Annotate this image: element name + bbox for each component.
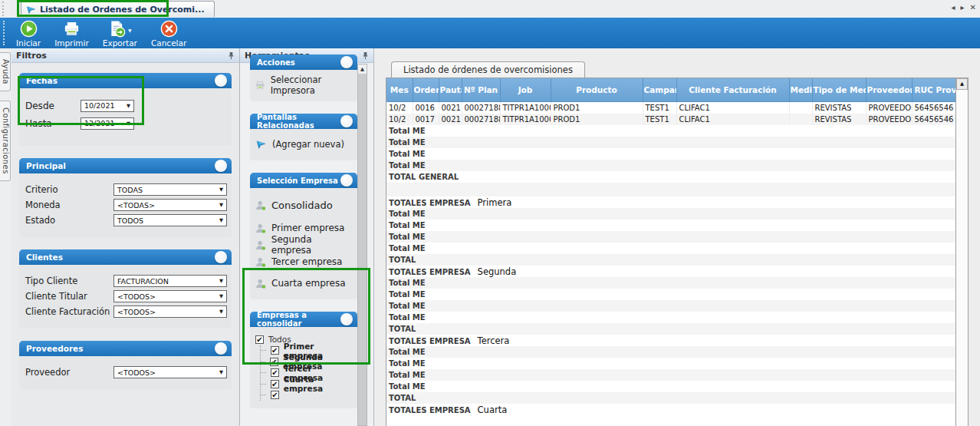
combo-cliente-facturacion[interactable]: <TODOS>▼ (113, 305, 227, 318)
chevron-down-icon[interactable]: ▼ (216, 187, 226, 193)
table-row[interactable]: TOTAL (386, 323, 958, 335)
checkbox[interactable]: ✔ (271, 368, 279, 377)
table-row[interactable]: Total ME (386, 300, 958, 312)
section-toggle[interactable] (340, 115, 353, 127)
table-row[interactable]: Total ME (386, 312, 958, 323)
table-row[interactable]: Total ME (386, 369, 958, 381)
chevron-down-icon[interactable]: ▼ (123, 121, 133, 127)
close-tab-icon[interactable]: ✕ (970, 2, 976, 13)
table-row[interactable]: 10/20016002100027188TITPR1A10001PROD1TES… (386, 102, 958, 114)
table-row[interactable]: TOTAL (386, 392, 958, 404)
column-header-cliente-facturacion[interactable]: Cliente Facturación (676, 78, 789, 102)
checkbox[interactable]: ✔ (270, 358, 278, 366)
column-header-n-plan[interactable]: Nº Plan (462, 78, 500, 102)
empresa-item-consolidado[interactable]: Consolidado (255, 195, 354, 215)
combo-hasta[interactable]: 12/2021▼ (81, 117, 134, 130)
section-toggle[interactable] (215, 251, 227, 263)
table-row[interactable]: Total ME (386, 243, 958, 254)
checkbox-cuarta-empresa[interactable]: ✔Cuarta empresa (261, 378, 354, 390)
table-row[interactable]: Total ME (386, 289, 958, 300)
scroll-tabs-right-icon[interactable]: ▸ (961, 2, 965, 13)
table-row[interactable]: Total ME (386, 125, 958, 137)
chevron-down-icon[interactable]: ▼ (216, 202, 226, 208)
checkbox[interactable]: ✔ (271, 346, 279, 355)
combo-tipo-cliente[interactable]: FACTURACION▼ (113, 275, 227, 287)
table-row[interactable]: Total ME (386, 381, 958, 392)
table-row[interactable] (386, 183, 958, 196)
table-row[interactable]: TOTAL (386, 254, 958, 266)
combo-cliente-titular[interactable]: <TODOS>▼ (113, 290, 227, 302)
table-row[interactable]: TOTALES EMPRESACuarta (386, 404, 958, 415)
chevron-down-icon[interactable]: ▼ (216, 217, 226, 223)
side-tab-configuraciones[interactable]: Configuraciones (0, 101, 11, 181)
column-header-campana[interactable]: Campaña (643, 78, 676, 102)
combo-moneda[interactable]: <TODAS>▼ (113, 199, 227, 211)
table-row[interactable]: Total ME (386, 160, 958, 171)
scroll-tabs-left-icon[interactable]: ◂ (952, 2, 955, 13)
column-header-producto[interactable]: Producto (551, 78, 643, 102)
filtros-panel-title: Filtros (16, 51, 47, 61)
chevron-down-icon[interactable]: ▼ (216, 278, 226, 284)
toolbar-button-iniciar[interactable]: Iniciar (9, 18, 48, 48)
column-header-medio[interactable]: Medio (789, 78, 812, 102)
grid-vertical-scrollbar[interactable]: ▲ (955, 78, 968, 426)
tool-item-seleccionar-impresora[interactable]: Seleccionar Impresora (255, 77, 354, 94)
pin-icon[interactable] (362, 51, 369, 60)
section-toggle[interactable] (340, 56, 353, 68)
table-row[interactable]: TOTALES EMPRESASegunda (386, 266, 958, 277)
chevron-down-icon[interactable]: ▼ (216, 293, 226, 299)
checkbox[interactable]: ✔ (271, 391, 279, 399)
scroll-up-icon[interactable]: ▲ (956, 78, 968, 90)
empresa-item-segunda-empresa[interactable]: Segunda empresa (255, 236, 354, 253)
table-row[interactable]: Total ME (386, 148, 958, 160)
empresa-item-tercer-empresa[interactable]: Tercer empresa (255, 253, 354, 270)
pin-icon[interactable] (228, 51, 235, 60)
table-row[interactable]: Total ME (386, 208, 958, 220)
chevron-down-icon[interactable]: ▼ (216, 369, 226, 375)
section-title: Pantallas Relacionadas (257, 113, 350, 130)
section-toggle[interactable] (215, 160, 227, 172)
toolbar-button-imprimir[interactable]: Imprimir (48, 18, 96, 48)
column-header-proveedor[interactable]: Proveedor (866, 78, 912, 102)
section-toggle[interactable] (340, 313, 353, 325)
table-row[interactable]: TOTALES EMPRESAPrimera (386, 196, 958, 208)
table-row[interactable]: TOTAL GENERAL (386, 171, 958, 183)
column-header-tipo-de-medio[interactable]: Tipo de Medio (812, 78, 866, 102)
grid-tab[interactable]: Listado de órdenes de overcomisiones (391, 61, 585, 78)
column-header-job[interactable]: Job (500, 78, 551, 102)
table-row[interactable]: 10/20017002100027188TITPR1A10001PROD1TES… (386, 114, 958, 125)
column-header-orden[interactable]: Orden (413, 78, 439, 102)
table-row[interactable]: Total ME (386, 346, 958, 358)
table-row[interactable]: Total ME (386, 220, 958, 231)
column-header-pauta[interactable]: Pauta (439, 78, 462, 102)
dropdown-caret-icon[interactable]: ▼ (128, 26, 132, 35)
table-row[interactable]: Total ME (386, 231, 958, 243)
tool-item-agregar-nueva[interactable]: (Agregar nueva) (255, 136, 354, 153)
herramientas-scrollbar[interactable]: ▲ (357, 64, 367, 426)
toolbar-button-cancelar[interactable]: Cancelar (144, 18, 193, 48)
table-row[interactable]: TOTALES EMPRESATercera (386, 335, 958, 346)
document-tab[interactable]: Listado de Ordenes de Overcomi... (21, 1, 215, 17)
combo-criterio[interactable]: TODAS▼ (113, 183, 227, 196)
table-row[interactable]: Total ME (386, 277, 958, 289)
total-row-label: Total ME (386, 160, 958, 171)
column-header-ruc-proveedor[interactable]: RUC Proveedor (912, 78, 958, 102)
toolbar-button-exportar[interactable]: ▼Exportar (96, 18, 144, 48)
combo-desde[interactable]: 10/2021▼ (81, 100, 134, 112)
combo-proveedor[interactable]: <TODOS>▼ (113, 366, 227, 378)
chevron-down-icon[interactable]: ▼ (123, 103, 133, 109)
scroll-up-icon[interactable]: ▲ (358, 64, 367, 74)
side-tab-ayuda[interactable]: Ayuda (0, 52, 11, 91)
chevron-down-icon[interactable]: ▼ (216, 309, 226, 315)
checkbox[interactable]: ✔ (271, 380, 279, 388)
checkbox[interactable]: ✔ (255, 335, 264, 344)
toolbar-grip[interactable] (3, 21, 5, 45)
section-toggle[interactable] (215, 342, 227, 355)
section-toggle[interactable] (340, 174, 353, 187)
empresa-item-cuarta-empresa[interactable]: Cuarta empresa (255, 275, 354, 292)
combo-estado[interactable]: TODOS▼ (113, 214, 227, 226)
column-header-mes[interactable]: Mes (386, 78, 413, 102)
table-row[interactable]: Total ME (386, 358, 958, 369)
table-row[interactable]: Total ME (386, 137, 958, 148)
section-toggle[interactable] (215, 74, 227, 87)
